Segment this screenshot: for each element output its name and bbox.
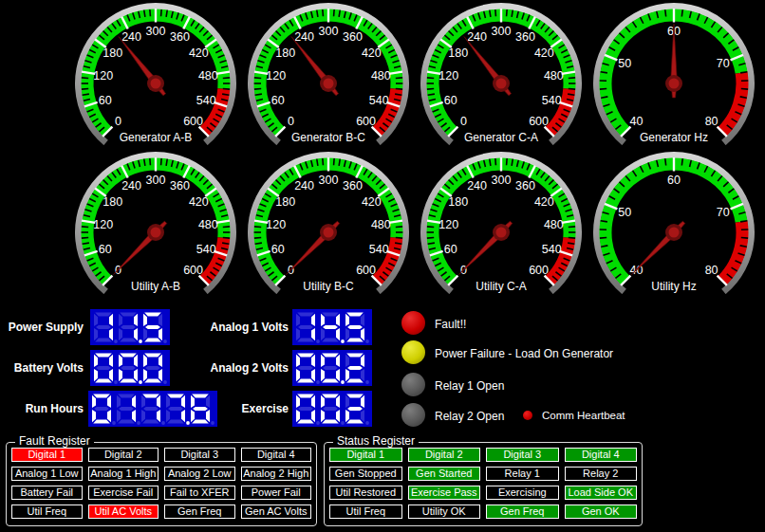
fault-register-panel: Fault Register Digital 1Digital 2Digital… xyxy=(6,442,317,526)
battery-volts-display xyxy=(90,350,170,390)
svg-text:480: 480 xyxy=(198,69,218,83)
fault-register-cell-digital-1: Digital 1 xyxy=(11,448,83,462)
fault-register-cell-gen-freq: Gen Freq xyxy=(164,504,235,519)
status-register-panel: Status Register Digital 1Digital 2Digita… xyxy=(324,442,643,526)
status-register-cell-gen-freq: Gen Freq xyxy=(486,504,559,519)
svg-text:60: 60 xyxy=(271,94,285,107)
gauge-generator-c-a: 060120180240300360420480540600Generator … xyxy=(415,1,588,145)
svg-text:300: 300 xyxy=(319,25,339,38)
svg-text:50: 50 xyxy=(618,57,631,70)
status-register-cell-digital-1: Digital 1 xyxy=(329,448,402,462)
fault-register-cell-digital-2: Digital 2 xyxy=(88,448,159,462)
svg-text:420: 420 xyxy=(362,195,382,209)
svg-text:0: 0 xyxy=(460,115,467,128)
power-failure-lamp-label: Power Failure - Load On Generator xyxy=(435,347,613,360)
gauge-generator-b-c: 060120180240300360420480540600Generator … xyxy=(242,1,415,145)
svg-text:Generator B-C: Generator B-C xyxy=(291,131,365,144)
battery-volts-label: Battery Volts xyxy=(2,361,84,375)
svg-text:360: 360 xyxy=(515,179,535,193)
svg-text:120: 120 xyxy=(266,218,286,231)
svg-text:360: 360 xyxy=(343,179,363,193)
fault-register-cell-exercise-fail: Exercise Fail xyxy=(88,486,159,500)
comm-heartbeat-lamp-label: Comm Heartbeat xyxy=(542,410,625,421)
svg-text:Generator C-A: Generator C-A xyxy=(464,131,538,144)
svg-text:360: 360 xyxy=(343,30,363,44)
gauge-generator-hz: 4050607080Generator Hz xyxy=(588,1,760,145)
svg-text:60: 60 xyxy=(667,174,681,187)
gauge-row-utility: 060120180240300360420480540600Utility A-… xyxy=(69,150,760,294)
relay-1-open-lamp-label: Relay 1 Open xyxy=(435,379,504,393)
svg-text:480: 480 xyxy=(371,69,391,83)
power-failure-lamp-icon xyxy=(401,340,425,364)
svg-text:80: 80 xyxy=(705,264,718,277)
svg-text:120: 120 xyxy=(438,218,458,231)
status-register-cell-exercising: Exercising xyxy=(486,486,559,500)
power-supply-display xyxy=(90,309,170,349)
svg-text:300: 300 xyxy=(492,174,512,187)
svg-text:120: 120 xyxy=(93,69,113,83)
svg-text:420: 420 xyxy=(362,46,382,60)
svg-text:240: 240 xyxy=(294,30,314,44)
svg-text:600: 600 xyxy=(529,115,549,128)
svg-text:70: 70 xyxy=(717,57,730,70)
status-register-cell-digital-3: Digital 3 xyxy=(486,448,559,462)
svg-text:600: 600 xyxy=(529,264,549,277)
svg-text:180: 180 xyxy=(448,195,468,209)
svg-text:600: 600 xyxy=(356,115,376,128)
svg-text:480: 480 xyxy=(198,218,218,231)
analog-2-volts-display xyxy=(292,350,372,390)
svg-text:180: 180 xyxy=(275,195,295,209)
comm-heartbeat-lamp-icon xyxy=(523,411,532,420)
svg-text:300: 300 xyxy=(146,25,166,38)
gauge-row-generator: 060120180240300360420480540600Generator … xyxy=(69,1,760,145)
gauge-utility-c-a: 060120180240300360420480540600Utility C-… xyxy=(415,150,588,294)
svg-text:60: 60 xyxy=(99,94,112,107)
svg-text:40: 40 xyxy=(629,115,643,128)
svg-text:Utility Hz: Utility Hz xyxy=(651,280,696,293)
fault-register-cell-power-fail: Power Fail xyxy=(241,486,312,500)
svg-text:180: 180 xyxy=(103,46,122,60)
gauge-generator-a-b: 060120180240300360420480540600Generator … xyxy=(69,1,242,145)
svg-text:600: 600 xyxy=(183,115,203,128)
svg-text:600: 600 xyxy=(183,264,203,277)
svg-text:180: 180 xyxy=(275,46,295,60)
svg-text:0: 0 xyxy=(115,115,121,128)
fault-register-cell-digital-3: Digital 3 xyxy=(164,448,235,462)
svg-text:360: 360 xyxy=(170,30,190,44)
svg-text:240: 240 xyxy=(467,179,487,193)
svg-text:60: 60 xyxy=(99,243,112,256)
gauge-utility-b-c: 060120180240300360420480540600Utility B-… xyxy=(242,150,415,294)
gauge-utility-hz: 4050607080Utility Hz xyxy=(588,150,760,294)
fault-register-cell-gen-ac-volts: Gen AC Volts xyxy=(241,504,312,519)
fault-register-cell-analog-2-high: Analog 2 High xyxy=(241,467,312,481)
svg-text:480: 480 xyxy=(371,218,391,231)
status-register-cell-util-freq: Util Freq xyxy=(329,504,402,519)
svg-text:360: 360 xyxy=(170,179,190,193)
exercise-display xyxy=(292,391,372,431)
svg-text:60: 60 xyxy=(444,94,457,107)
status-register-title: Status Register xyxy=(333,434,419,448)
svg-text:420: 420 xyxy=(534,195,554,209)
svg-text:120: 120 xyxy=(266,69,286,83)
status-register-cell-util-restored: Util Restored xyxy=(329,486,402,500)
svg-text:300: 300 xyxy=(319,174,339,187)
svg-text:300: 300 xyxy=(146,174,166,187)
relay-2-open-lamp-icon xyxy=(401,403,425,427)
svg-text:Generator A-B: Generator A-B xyxy=(120,131,193,144)
svg-text:420: 420 xyxy=(534,46,554,60)
gauge-utility-a-b: 060120180240300360420480540600Utility A-… xyxy=(69,150,242,294)
status-register-cell-gen-stopped: Gen Stopped xyxy=(329,467,402,481)
svg-text:300: 300 xyxy=(492,25,512,38)
status-register-cell-gen-started: Gen Started xyxy=(408,467,481,481)
exercise-label: Exercise xyxy=(196,402,289,415)
status-register-cell-relay-2: Relay 2 xyxy=(565,467,638,481)
svg-text:360: 360 xyxy=(515,30,535,44)
svg-text:540: 540 xyxy=(369,243,389,256)
fault-register-grid: Digital 1Digital 2Digital 3Digital 4Anal… xyxy=(11,448,311,519)
relay-2-open-lamp-label: Relay 2 Open xyxy=(435,410,504,423)
relay-1-open-lamp-icon xyxy=(401,373,425,396)
svg-text:Generator Hz: Generator Hz xyxy=(640,131,708,144)
analog-1-volts-display xyxy=(292,309,372,349)
status-register-cell-digital-4: Digital 4 xyxy=(565,448,638,462)
status-register-cell-relay-1: Relay 1 xyxy=(486,467,559,481)
